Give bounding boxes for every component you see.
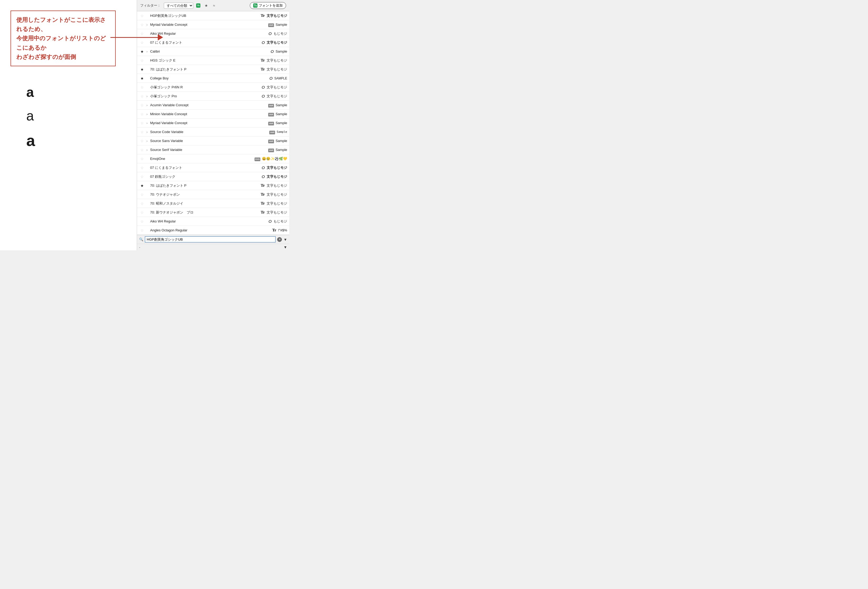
star-filter-icon[interactable]: ★ bbox=[203, 3, 209, 9]
expand-icon[interactable]: › bbox=[145, 50, 149, 53]
font-preview: O文字もじモジ bbox=[262, 174, 287, 179]
font-name: Source Serif Variable bbox=[149, 148, 268, 152]
star-icon[interactable]: ☆ bbox=[139, 112, 145, 116]
result-dropdown-icon[interactable]: ▼ bbox=[283, 245, 287, 249]
font-name: 小塚ゴシック Pr6N R bbox=[149, 85, 262, 90]
font-row[interactable]: ☆›Myriad Variable ConceptVARSample bbox=[137, 119, 289, 127]
star-icon[interactable]: ☆ bbox=[139, 210, 145, 214]
font-name: HGS ゴシック E bbox=[149, 58, 261, 63]
font-row[interactable]: ☆›Acumin Variable ConceptVARSample bbox=[137, 101, 289, 110]
font-name: Minion Variable Concept bbox=[149, 112, 268, 116]
font-row[interactable]: ☆07 鉄瓶ゴシックO文字もじモジ bbox=[137, 172, 289, 181]
star-icon[interactable]: ☆ bbox=[139, 121, 145, 125]
expand-icon[interactable]: › bbox=[145, 112, 149, 116]
star-icon[interactable]: ☆ bbox=[139, 148, 145, 152]
preview-text: Sample bbox=[276, 148, 287, 152]
star-icon[interactable]: ★ bbox=[139, 76, 145, 80]
toolbar: フィルター： すべての分類 Tk ★ ≈ Tk フォントを追加 bbox=[137, 0, 289, 11]
font-row[interactable]: ☆›Minion Variable ConceptVARSample bbox=[137, 110, 289, 119]
font-preview: VARSample bbox=[268, 147, 287, 152]
font-name: Myriad Variable Concept bbox=[149, 23, 268, 27]
font-name: Aiko W4 Regular bbox=[149, 219, 269, 223]
type-icon: VAR bbox=[268, 22, 275, 27]
preview-text: !"#$% bbox=[278, 228, 287, 232]
star-icon[interactable]: ☆ bbox=[139, 58, 145, 63]
font-name: Source Sans Variable bbox=[149, 139, 268, 143]
font-row[interactable]: ☆Aiko W4 RegularOもじモジ bbox=[137, 217, 289, 226]
expand-icon[interactable]: › bbox=[145, 94, 149, 98]
star-icon[interactable]: ☆ bbox=[139, 14, 145, 18]
font-name: 70: はばたきフォント P bbox=[149, 67, 261, 72]
approx-filter-icon[interactable]: ≈ bbox=[211, 3, 217, 9]
font-row[interactable]: ★›CalibriOSample bbox=[137, 47, 289, 56]
font-row[interactable]: ☆70: 昭和ノスタルジイTr文字もじモジ bbox=[137, 199, 289, 208]
star-icon[interactable]: ☆ bbox=[139, 192, 145, 197]
star-icon[interactable]: ☆ bbox=[139, 139, 145, 143]
font-name: 07 にくまるフォント bbox=[149, 165, 262, 170]
font-name: Acumin Variable Concept bbox=[149, 103, 268, 107]
preview-text: もじモジ bbox=[273, 219, 287, 224]
star-icon[interactable]: ☆ bbox=[139, 130, 145, 134]
search-clear-button[interactable]: ✕ bbox=[277, 237, 282, 242]
font-row[interactable]: ☆70: 新ウナオジャボン プロTr文字もじモジ bbox=[137, 208, 289, 217]
expand-icon[interactable]: › bbox=[145, 121, 149, 125]
font-row[interactable]: ☆HGP創英角ゴシックUBTr文字もじモジ bbox=[137, 11, 289, 20]
font-row[interactable]: ☆›Source Serif VariableVARSample bbox=[137, 145, 289, 154]
star-icon[interactable]: ☆ bbox=[139, 157, 145, 161]
font-row[interactable]: ☆小塚ゴシック Pr6N RO文字もじモジ bbox=[137, 83, 289, 92]
add-font-label: フォントを追加 bbox=[259, 3, 283, 8]
star-icon[interactable]: ☆ bbox=[139, 174, 145, 179]
font-preview: VARSample bbox=[268, 138, 287, 143]
expand-icon[interactable]: › bbox=[145, 139, 149, 143]
font-name: Source Code Variable bbox=[149, 130, 269, 134]
tk-icon[interactable]: Tk bbox=[195, 3, 201, 9]
font-row[interactable]: ☆07 にくまるフォントO文字もじモジ bbox=[137, 163, 289, 172]
star-icon[interactable]: ☆ bbox=[139, 40, 145, 45]
expand-icon[interactable]: › bbox=[145, 148, 149, 152]
add-font-button[interactable]: Tk フォントを追加 bbox=[250, 2, 286, 9]
font-row[interactable]: ☆HGS ゴシック ETr文字もじモジ bbox=[137, 56, 289, 65]
expand-icon[interactable]: › bbox=[145, 23, 149, 26]
font-row[interactable]: ☆›Source Code VariableVARSample bbox=[137, 127, 289, 136]
font-row[interactable]: ☆Angles Octagon RegularTr!"#$% bbox=[137, 226, 289, 235]
star-icon[interactable]: ☆ bbox=[139, 228, 145, 232]
search-dropdown-icon[interactable]: ▼ bbox=[283, 238, 287, 242]
preview-text: Sample bbox=[276, 23, 287, 27]
font-row[interactable]: ☆›Source Sans VariableVARSample bbox=[137, 136, 289, 145]
font-preview: Tr文字もじモジ bbox=[261, 183, 287, 188]
type-icon: VAR bbox=[268, 147, 275, 152]
type-icon: VAR bbox=[268, 112, 275, 117]
font-row[interactable]: ☆EmojiOneSVG😀😢✨⚽🌿💛 bbox=[137, 154, 289, 163]
star-icon[interactable]: ★ bbox=[139, 183, 145, 188]
font-preview: OSample bbox=[270, 49, 287, 54]
star-icon[interactable]: ☆ bbox=[139, 201, 145, 206]
type-icon: O bbox=[262, 94, 265, 98]
star-icon[interactable]: ☆ bbox=[139, 219, 145, 223]
star-icon[interactable]: ☆ bbox=[139, 94, 145, 98]
add-font-tk-icon: Tk bbox=[253, 3, 257, 7]
font-row[interactable]: ★70: はばたきフォント PTr文字もじモジ bbox=[137, 181, 289, 190]
star-icon[interactable]: ★ bbox=[139, 67, 145, 71]
sample-a-1: a bbox=[26, 84, 35, 100]
type-icon: VAR bbox=[268, 120, 275, 125]
expand-icon[interactable]: › bbox=[145, 103, 149, 107]
star-icon[interactable]: ☆ bbox=[139, 85, 145, 89]
font-preview: VARSample bbox=[268, 120, 287, 125]
filter-select[interactable]: すべての分類 bbox=[164, 3, 193, 9]
font-row[interactable]: ☆›Myriad Variable ConceptVARSample bbox=[137, 20, 289, 29]
font-name: Angles Octagon Regular bbox=[149, 228, 272, 232]
star-icon[interactable]: ☆ bbox=[139, 166, 145, 170]
font-row[interactable]: ★College BoyOSAMPLE bbox=[137, 74, 289, 83]
preview-text: 文字もじモジ bbox=[267, 58, 287, 63]
star-icon[interactable]: ★ bbox=[139, 49, 145, 54]
star-icon[interactable]: ☆ bbox=[139, 23, 145, 27]
preview-text: 文字もじモジ bbox=[267, 85, 287, 90]
star-icon[interactable]: ☆ bbox=[139, 103, 145, 107]
font-row[interactable]: ☆70: ウナオジャボンTr文字もじモジ bbox=[137, 190, 289, 199]
font-row[interactable]: ★70: はばたきフォント PTr文字もじモジ bbox=[137, 65, 289, 74]
font-preview: Tr!"#$% bbox=[272, 228, 287, 232]
preview-text: 文字もじモジ bbox=[267, 201, 287, 206]
search-input[interactable] bbox=[145, 236, 276, 242]
expand-icon[interactable]: › bbox=[145, 130, 149, 134]
font-row[interactable]: ☆›小塚ゴシック ProO文字もじモジ bbox=[137, 92, 289, 101]
